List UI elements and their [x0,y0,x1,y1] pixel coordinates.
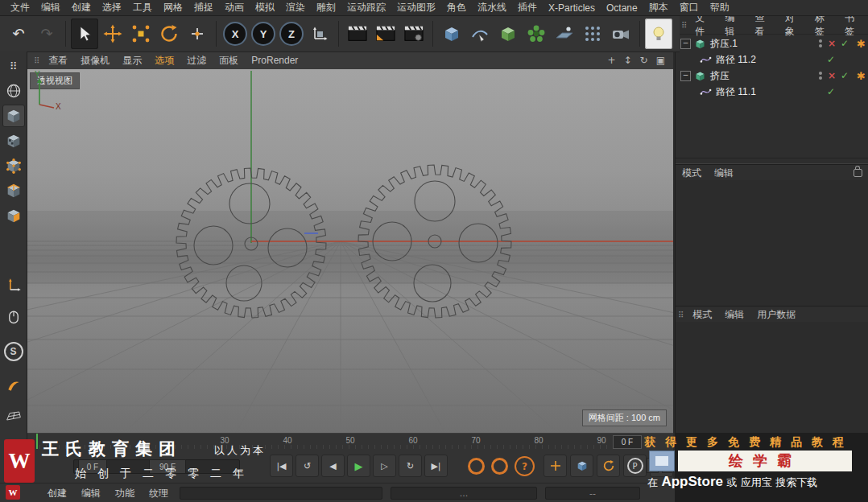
enabled-check-icon[interactable]: ✓ [841,70,849,81]
move-tool-button[interactable] [99,19,126,49]
ud-tab-mode[interactable]: 模式 [686,308,718,322]
pan-view-icon[interactable]: + [607,55,615,66]
menu-mesh[interactable]: 网格 [158,1,188,14]
goto-start-button[interactable]: |◀ [270,455,293,477]
prev-frame-button[interactable]: ◀ [321,455,345,477]
lock-x-button[interactable]: X [221,19,249,49]
bottom-menu-texture[interactable]: 纹理 [142,487,176,500]
deformer-button[interactable] [2,375,25,397]
lock-z-button[interactable]: Z [278,19,305,49]
timeline-ruler[interactable]: 30 40 50 60 70 80 90 0 F [27,433,673,450]
menu-select[interactable]: 选择 [97,1,127,14]
object-row-extrude-1[interactable]: − 挤压.1 × ✓ ✱ [676,35,868,51]
spline-object-icon[interactable] [700,54,712,66]
menu-xparticles[interactable]: X-Particles [543,2,601,14]
visibility-dots-icon[interactable] [819,39,822,47]
edges-mode-button[interactable] [2,179,25,202]
key-parameter-button[interactable]: P [623,455,647,477]
object-name[interactable]: 路径 11.2 [716,53,756,67]
vp-menu-cameras[interactable]: 摄像机 [74,54,116,68]
add-cube-button[interactable] [438,19,465,49]
menu-tools[interactable]: 工具 [127,1,158,14]
playhead[interactable] [36,434,38,450]
xpresso-tag-icon[interactable]: ✱ [857,70,866,82]
mograph-button[interactable] [523,19,550,49]
undo-button[interactable]: ↶ [5,19,32,49]
zoom-view-icon[interactable]: ↕ [624,55,632,66]
polygons-mode-button[interactable] [2,204,25,227]
record-keyframe-button[interactable] [468,458,485,475]
status-field[interactable]: -- [545,487,640,500]
ud-tab-edit[interactable]: 编辑 [718,308,750,322]
vp-menu-filter[interactable]: 过滤 [180,54,213,68]
material-field[interactable] [180,487,382,500]
workplane-button[interactable] [2,405,25,427]
next-frame-button[interactable]: ▷ [373,455,396,477]
points-mode-button[interactable] [2,154,25,177]
enabled-check-icon[interactable]: ✓ [841,38,849,49]
lock-y-button[interactable]: Y [250,19,277,49]
attribute-manager-body[interactable] [676,180,868,306]
menu-create[interactable]: 创建 [66,1,97,14]
bottom-menu-create[interactable]: 创建 [40,487,74,500]
menu-simulate[interactable]: 模拟 [250,1,280,14]
menu-animate[interactable]: 动画 [219,1,250,14]
key-scale-button[interactable] [570,455,593,477]
ud-tab-userdata[interactable]: 用户数据 [750,308,802,322]
render-view-button[interactable] [344,19,371,49]
render-settings-button[interactable] [400,19,428,49]
vp-menu-prorender[interactable]: ProRender [245,55,304,66]
environment-button[interactable] [551,19,578,49]
play-button[interactable]: ▶ [347,455,370,477]
autokey-button[interactable] [491,458,508,475]
attr-tab-edit[interactable]: 编辑 [708,167,740,180]
viewport-canvas[interactable]: 透视视图 网格间距 : 100 cm Y X [27,69,673,433]
scale-tool-button[interactable] [127,19,155,49]
simulation-button[interactable]: S [2,340,25,363]
vp-menu-view[interactable]: 查看 [42,54,74,68]
menu-file[interactable]: 文件 [5,1,35,14]
help-button[interactable]: ? [515,456,535,476]
vp-menu-options[interactable]: 选项 [148,54,180,68]
array-button[interactable] [579,19,606,49]
delete-icon[interactable]: × [828,38,836,49]
camera-button[interactable] [607,19,634,49]
menu-snap[interactable]: 捕捉 [188,1,219,14]
extrude-object-icon[interactable] [694,70,706,82]
menu-edit[interactable]: 编辑 [35,1,66,14]
last-tool-button[interactable] [184,19,211,49]
object-name[interactable]: 挤压 [710,69,730,83]
light-button[interactable] [645,19,672,49]
menu-render[interactable]: 渲染 [280,1,311,14]
current-frame-field[interactable]: 0 F [613,435,642,449]
toggle-view-icon[interactable]: ▣ [656,55,665,66]
rotate-view-icon[interactable]: ↻ [640,55,648,66]
key-rotation-button[interactable] [597,455,620,477]
menu-mograph[interactable]: 运动图形 [391,1,441,14]
bottom-menu-function[interactable]: 功能 [108,487,142,500]
xpresso-tag-icon[interactable]: ✱ [857,38,866,50]
menu-sculpt[interactable]: 雕刻 [311,1,341,14]
lock-icon[interactable] [854,169,862,177]
texture-mode-button[interactable] [2,130,25,152]
object-row-path-11-1[interactable]: 路径 11.1 ✓ [676,84,868,100]
range-end-field[interactable]: 90 F [149,459,186,474]
panel-handle[interactable]: ⠿ [2,55,25,77]
key-position-button[interactable] [544,455,567,477]
enable-axis-button[interactable] [2,274,25,297]
enabled-check-icon[interactable]: ✓ [827,54,835,65]
model-mode-button[interactable] [2,105,25,127]
user-data-body[interactable] [676,322,868,433]
enabled-check-icon[interactable]: ✓ [827,86,835,97]
object-name[interactable]: 路径 11.1 [716,85,756,99]
timeline-option-button[interactable] [662,458,674,473]
menu-motion-tracker[interactable]: 运动跟踪 [341,1,391,14]
delete-icon[interactable]: × [828,70,836,81]
spline-object-icon[interactable] [700,86,712,98]
rotate-tool-button[interactable] [155,19,183,49]
coordinate-system-button[interactable] [306,19,333,49]
menu-window[interactable]: 窗口 [674,1,705,14]
menu-plugins[interactable]: 插件 [512,1,543,14]
range-start-field[interactable]: 0 F [78,459,107,474]
vp-menu-display[interactable]: 显示 [116,54,148,68]
